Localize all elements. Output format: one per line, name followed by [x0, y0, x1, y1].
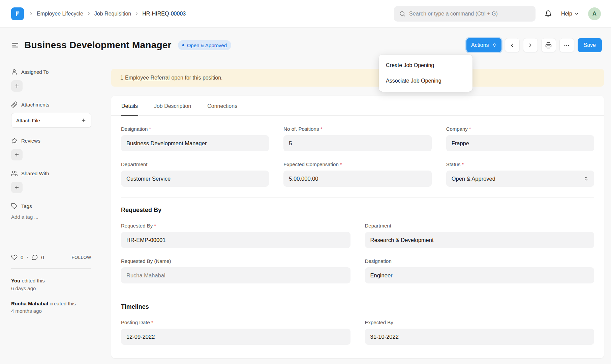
paperclip-icon — [11, 101, 18, 108]
expected-by-input[interactable]: 31-10-2022 — [365, 329, 594, 345]
required-marker: * — [462, 161, 464, 167]
more-options-button[interactable] — [559, 38, 574, 52]
tag-icon — [11, 203, 18, 209]
main-content: 1 Employee Referral open for this positi… — [111, 69, 604, 358]
ellipsis-icon — [563, 42, 570, 49]
activity-timestamp: 6 days ago — [11, 285, 91, 292]
chevrons-up-down-icon — [583, 176, 589, 181]
timelines-section-title: Timelines — [121, 303, 594, 310]
plus-icon — [14, 185, 20, 190]
status-dot — [182, 44, 184, 46]
field-posting-date: Posting Date * 12-09-2022 — [121, 320, 350, 345]
actions-button[interactable]: Actions — [466, 38, 501, 52]
field-status: Status * Open & Approved — [446, 161, 594, 187]
heart-icon[interactable] — [11, 254, 18, 261]
field-requested-by-department: Department Research & Development — [365, 223, 594, 248]
breadcrumb-job-requisition[interactable]: Job Requisition — [94, 11, 131, 17]
likes-comments-row: 0 0 FOLLOW — [11, 254, 91, 261]
add-tag-input[interactable]: Add a tag ... — [11, 214, 101, 220]
tab-details[interactable]: Details — [121, 96, 138, 116]
follow-button[interactable]: FOLLOW — [72, 255, 92, 260]
menu-item-associate-job-opening[interactable]: Associate Job Opening — [382, 73, 469, 89]
print-button[interactable] — [541, 38, 556, 52]
chevron-left-icon — [509, 42, 515, 48]
chevron-down-icon — [574, 11, 579, 16]
assigned-to-label: Assigned To — [11, 69, 101, 75]
status-badge: Open & Approved — [178, 40, 231, 50]
referral-count: 1 — [120, 75, 123, 81]
activity-entry-edited: You edited this 6 days ago — [11, 277, 91, 292]
required-marker: * — [469, 126, 471, 132]
requested-by-department-input[interactable]: Research & Development — [365, 232, 594, 248]
field-requested-by-designation: Designation Engineer — [365, 258, 594, 283]
field-requested-by-name: Requested By (Name) Rucha Mahabal — [121, 258, 350, 283]
plus-icon — [14, 152, 20, 157]
actions-dropdown-menu: Create Job Opening Associate Job Opening — [379, 55, 472, 92]
add-review-button[interactable] — [11, 149, 23, 160]
expected-compensation-input[interactable]: 5,00,000.00 — [283, 171, 431, 187]
required-marker: * — [154, 223, 156, 229]
requested-by-designation-input[interactable]: Engineer — [365, 267, 594, 283]
comment-icon[interactable] — [32, 254, 38, 261]
requested-by-section-title: Requested By — [121, 207, 594, 214]
required-marker: * — [320, 126, 322, 132]
employee-referral-banner: 1 Employee Referral open for this positi… — [111, 69, 604, 87]
field-expected-compensation: Expected Compensation * 5,00,000.00 — [283, 161, 431, 187]
requested-by-name-input: Rucha Mahabal — [121, 267, 350, 283]
attach-file-button[interactable]: Attach File — [11, 113, 91, 128]
chevron-right-icon — [86, 11, 91, 16]
likes-count: 0 — [21, 254, 23, 260]
add-assignment-button[interactable] — [11, 80, 23, 92]
help-menu[interactable]: Help — [561, 11, 579, 17]
sidebar-divider — [11, 268, 91, 269]
tab-job-description[interactable]: Job Description — [154, 96, 191, 116]
frappe-logo-icon — [14, 10, 21, 18]
top-navbar: Employee Lifecycle Job Requisition HR-HI… — [0, 0, 611, 28]
posting-date-input[interactable]: 12-09-2022 — [121, 329, 350, 345]
add-share-button[interactable] — [11, 182, 23, 193]
dot-separator — [27, 257, 28, 258]
company-input[interactable]: Frappe — [446, 135, 594, 151]
department-input[interactable]: Customer Service — [121, 171, 269, 187]
next-document-button[interactable] — [523, 38, 538, 52]
designation-input[interactable]: Business Development Manager — [121, 135, 269, 151]
printer-icon — [545, 42, 552, 49]
reviews-label: Reviews — [11, 138, 101, 144]
requested-by-input[interactable]: HR-EMP-00001 — [121, 232, 350, 248]
breadcrumb-current-doc: HR-HIREQ-00003 — [142, 11, 186, 17]
help-label: Help — [561, 11, 572, 17]
required-marker: * — [151, 320, 153, 325]
no-of-positions-input[interactable]: 5 — [283, 135, 431, 151]
global-search[interactable] — [394, 6, 536, 22]
search-icon — [399, 11, 405, 17]
form-tabs: Details Job Description Connections — [111, 96, 604, 116]
search-input[interactable] — [409, 11, 530, 17]
form-card: Details Job Description Connections Desi… — [111, 96, 604, 358]
user-icon — [11, 69, 18, 75]
tab-connections[interactable]: Connections — [207, 96, 238, 116]
plus-icon — [81, 118, 86, 123]
field-designation: Designation * Business Development Manag… — [121, 126, 269, 151]
chevron-right-icon — [527, 42, 533, 48]
previous-document-button[interactable] — [505, 38, 520, 52]
sidebar-toggle-icon[interactable] — [11, 41, 19, 49]
plus-icon — [14, 83, 20, 89]
breadcrumb-employee-lifecycle[interactable]: Employee Lifecycle — [37, 11, 83, 17]
employee-referral-link[interactable]: Employee Referral — [125, 75, 170, 81]
user-avatar[interactable]: A — [588, 7, 601, 20]
required-marker: * — [149, 126, 151, 132]
required-marker: * — [340, 161, 342, 167]
page-header: Business Development Manager Open & Appr… — [0, 37, 611, 53]
save-button[interactable]: Save — [578, 38, 602, 52]
referral-text: open for this position. — [171, 75, 222, 81]
section-divider — [121, 197, 594, 198]
notifications-bell-icon[interactable] — [545, 10, 552, 18]
menu-item-create-job-opening[interactable]: Create Job Opening — [382, 58, 469, 73]
frappe-logo[interactable] — [11, 7, 24, 20]
status-select[interactable]: Open & Approved — [446, 171, 594, 187]
field-department: Department Customer Service — [121, 161, 269, 187]
avatar-letter: A — [592, 10, 597, 17]
shared-with-label: Shared With — [11, 170, 101, 177]
field-requested-by: Requested By * HR-EMP-00001 — [121, 223, 350, 248]
breadcrumb: Employee Lifecycle Job Requisition HR-HI… — [11, 7, 186, 20]
